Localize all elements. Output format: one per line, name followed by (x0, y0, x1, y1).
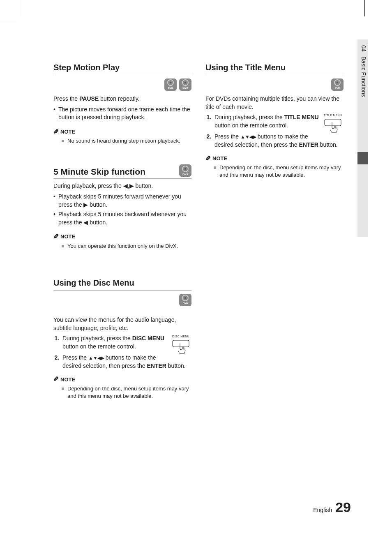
bullet-item: Playback skips 5 minutes backward whenev… (53, 210, 191, 226)
remote-button-illustration: DISC MENU (170, 335, 191, 358)
note-icon: ✎ (205, 154, 211, 163)
note-heading: ✎NOTE (53, 375, 191, 384)
note-icon: ✎ (53, 232, 59, 241)
note-item: Depending on the disc, menu setup items … (214, 164, 344, 179)
divx-icon: DivX (179, 164, 191, 177)
hand-press-icon (324, 118, 342, 136)
right-column: Using the Title Menu DVD For DVDs contai… (205, 62, 344, 408)
heading-title-menu: Using the Title Menu (205, 62, 344, 75)
heading-step-motion: Step Motion Play (53, 62, 191, 75)
note-icon: ✎ (53, 375, 59, 384)
dvd-icon: DVD (331, 78, 344, 91)
note-item: No sound is heard during step motion pla… (62, 137, 191, 145)
step-item: DISC MENU During playback, press the DIS… (61, 335, 191, 351)
note-heading: ✎NOTE (53, 127, 191, 136)
intro-text: During playback, press the ◀,▶ button. (53, 182, 191, 190)
dvd-icon: DVD (179, 294, 191, 306)
bullet-item: The picture moves forward one frame each… (53, 106, 191, 122)
step-item: TITLE MENU During playback, press the TI… (213, 113, 344, 129)
heading-disc-menu: Using the Disc Menu (53, 277, 191, 291)
note-heading: ✎NOTE (53, 232, 191, 241)
page-footer: English 29 (313, 499, 351, 515)
heading-5min: 5 Minute Skip function (53, 166, 145, 178)
footer-page-number: 29 (335, 499, 351, 515)
hand-press-icon (172, 339, 190, 358)
dvd-icon: DVD (164, 78, 177, 91)
note-item: You can operate this function only on th… (62, 242, 191, 250)
remote-button-illustration: TITLE MENU (322, 113, 344, 136)
note-icon: ✎ (53, 127, 59, 136)
intro-text: You can view the menus for the audio lan… (53, 316, 191, 332)
svg-rect-1 (325, 119, 341, 126)
note-item: Depending on the disc, menu setup items … (62, 385, 191, 400)
svg-rect-0 (173, 340, 189, 347)
footer-language: English (313, 507, 332, 513)
page: Step Motion Play DVD DivX Press the PAUS… (0, 0, 392, 540)
note-heading: ✎NOTE (205, 154, 344, 163)
intro-text: Press the PAUSE button repeatly. (53, 95, 191, 103)
left-column: Step Motion Play DVD DivX Press the PAUS… (53, 62, 191, 408)
bullet-item: Playback skips 5 minutes forward wheneve… (53, 193, 191, 209)
divx-icon: DivX (179, 78, 191, 91)
intro-text: For DVDs containing multiple titles, you… (205, 95, 344, 111)
